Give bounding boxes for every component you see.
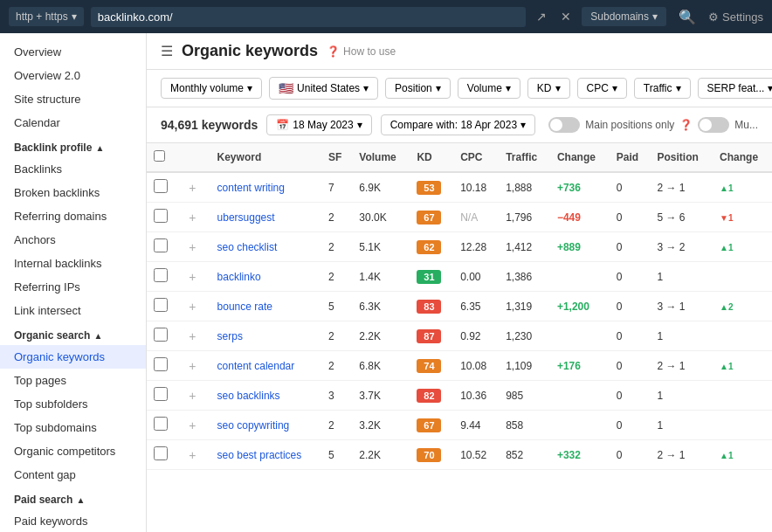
cpc-filter-button[interactable]: CPC ▾ [577, 78, 627, 99]
sidebar-item-organic-competitors[interactable]: Organic competitors [0, 439, 146, 463]
row-checkbox-cell[interactable] [147, 292, 178, 321]
row-expand-cell[interactable]: + [178, 440, 210, 470]
expand-button[interactable]: + [185, 389, 199, 403]
sidebar-item-top-pages[interactable]: Top pages [0, 369, 146, 392]
col-volume[interactable]: Volume [352, 143, 410, 172]
sidebar-item-backlinks[interactable]: Backlinks [0, 157, 146, 181]
col-keyword[interactable]: Keyword [210, 143, 321, 172]
keyword-link[interactable]: seo backlinks [217, 390, 280, 402]
sidebar-item-referring-domains[interactable]: Referring domains [0, 204, 146, 228]
sidebar-item-top-subfolders[interactable]: Top subfolders [0, 392, 146, 416]
sidebar-item-link-intersect[interactable]: Link intersect [0, 299, 146, 322]
sidebar-item-internal-backlinks[interactable]: Internal backlinks [0, 252, 146, 275]
col-position[interactable]: Position [650, 143, 713, 172]
expand-button[interactable]: + [185, 300, 199, 314]
how-to-use-button[interactable]: ❓ How to use [327, 45, 396, 58]
row-checkbox-cell[interactable] [147, 321, 178, 351]
sidebar-section-backlink[interactable]: Backlink profile ▲ [0, 135, 146, 157]
col-change[interactable]: Change [550, 143, 610, 172]
row-expand-cell[interactable]: + [178, 292, 210, 321]
keyword-link[interactable]: seo checklist [217, 241, 278, 253]
position-filter-button[interactable]: Position ▾ [385, 78, 451, 99]
col-traffic[interactable]: Traffic [499, 143, 550, 172]
row-expand-cell[interactable]: + [178, 411, 210, 440]
sidebar-item-referring-ips[interactable]: Referring IPs [0, 275, 146, 299]
subdomains-button[interactable]: Subdomains ▾ [582, 7, 666, 26]
expand-button[interactable]: + [185, 359, 199, 373]
expand-button[interactable]: + [185, 181, 199, 195]
open-external-icon[interactable]: ↗ [533, 6, 550, 27]
serp-filter-button[interactable]: SERP feat... ▾ [698, 78, 772, 99]
keyword-link[interactable]: ubersuggest [217, 211, 275, 224]
keyword-link[interactable]: seo best practices [217, 449, 302, 461]
settings-button[interactable]: ⚙ Settings [708, 10, 763, 24]
row-expand-cell[interactable]: + [178, 172, 210, 203]
row-expand-cell[interactable]: + [178, 381, 210, 411]
col-paid[interactable]: Paid [610, 143, 651, 172]
row-checkbox-cell[interactable] [147, 262, 178, 292]
sidebar-item-organic-keywords[interactable]: Organic keywords [0, 345, 146, 369]
row-checkbox-cell[interactable] [147, 203, 178, 232]
row-checkbox[interactable] [154, 446, 168, 460]
sidebar-item-overview[interactable]: Overview [0, 40, 146, 64]
col-cpc[interactable]: CPC [453, 143, 499, 172]
sidebar-item-content-gap[interactable]: Content gap [0, 463, 146, 487]
sidebar-item-site-structure[interactable]: Site structure [0, 87, 146, 111]
close-icon[interactable]: ✕ [557, 6, 575, 27]
expand-button[interactable]: + [185, 418, 199, 432]
keyword-link[interactable]: content writing [217, 182, 285, 194]
mu-toggle[interactable] [698, 117, 729, 133]
row-expand-cell[interactable]: + [178, 321, 210, 351]
row-checkbox[interactable] [154, 328, 168, 342]
date-button[interactable]: 📅 18 May 2023 ▾ [266, 114, 371, 135]
col-kd[interactable]: KD [410, 143, 453, 172]
traffic-filter-button[interactable]: Traffic ▾ [634, 78, 691, 99]
sidebar-item-paid-keywords[interactable]: Paid keywords [0, 509, 146, 532]
expand-button[interactable]: + [185, 270, 199, 284]
col-sf[interactable]: SF [321, 143, 352, 172]
volume-filter-button[interactable]: Monthly volume ▾ [161, 78, 262, 99]
keyword-link[interactable]: bounce rate [217, 301, 272, 313]
expand-button[interactable]: + [185, 329, 199, 343]
volume-filter2-button[interactable]: Volume ▾ [458, 78, 520, 99]
row-checkbox-cell[interactable] [147, 351, 178, 381]
sidebar-section-paid[interactable]: Paid search ▲ [0, 487, 146, 509]
row-checkbox-cell[interactable] [147, 172, 178, 203]
sidebar-item-top-subdomains[interactable]: Top subdomains [0, 416, 146, 439]
kd-filter-button[interactable]: KD ▾ [527, 78, 570, 99]
keyword-link[interactable]: seo copywriting [217, 419, 290, 432]
row-checkbox[interactable] [154, 238, 168, 252]
sidebar-item-overview-2[interactable]: Overview 2.0 [0, 64, 146, 87]
compare-button[interactable]: Compare with: 18 Apr 2023 ▾ [381, 114, 535, 135]
select-all-checkbox[interactable] [154, 150, 165, 162]
hamburger-icon[interactable]: ☰ [161, 43, 173, 59]
row-expand-cell[interactable]: + [178, 203, 210, 232]
row-checkbox-cell[interactable] [147, 232, 178, 262]
row-checkbox[interactable] [154, 179, 168, 193]
main-positions-toggle[interactable] [548, 117, 580, 133]
row-expand-cell[interactable]: + [178, 351, 210, 381]
row-checkbox[interactable] [154, 387, 168, 401]
url-input[interactable] [91, 7, 527, 27]
row-checkbox[interactable] [154, 298, 168, 312]
keyword-link[interactable]: serps [217, 330, 243, 342]
row-expand-cell[interactable]: + [178, 262, 210, 292]
row-checkbox[interactable] [154, 209, 168, 223]
row-checkbox-cell[interactable] [147, 411, 178, 440]
expand-button[interactable]: + [185, 240, 199, 254]
sidebar-item-anchors[interactable]: Anchors [0, 228, 146, 252]
sidebar-item-broken-backlinks[interactable]: Broken backlinks [0, 181, 146, 204]
row-checkbox[interactable] [154, 357, 168, 371]
protocol-button[interactable]: http + https ▾ [9, 7, 84, 26]
sidebar-item-calendar[interactable]: Calendar [0, 111, 146, 135]
row-checkbox-cell[interactable] [147, 381, 178, 411]
expand-button[interactable]: + [185, 448, 199, 462]
row-checkbox-cell[interactable] [147, 440, 178, 470]
row-expand-cell[interactable]: + [178, 232, 210, 262]
keyword-link[interactable]: content calendar [217, 360, 295, 372]
expand-button[interactable]: + [185, 211, 199, 225]
row-checkbox[interactable] [154, 268, 168, 282]
search-button[interactable]: 🔍 [673, 5, 701, 29]
sidebar-section-organic[interactable]: Organic search ▲ [0, 322, 146, 345]
country-filter-button[interactable]: 🇺🇸 United States ▾ [269, 77, 378, 100]
